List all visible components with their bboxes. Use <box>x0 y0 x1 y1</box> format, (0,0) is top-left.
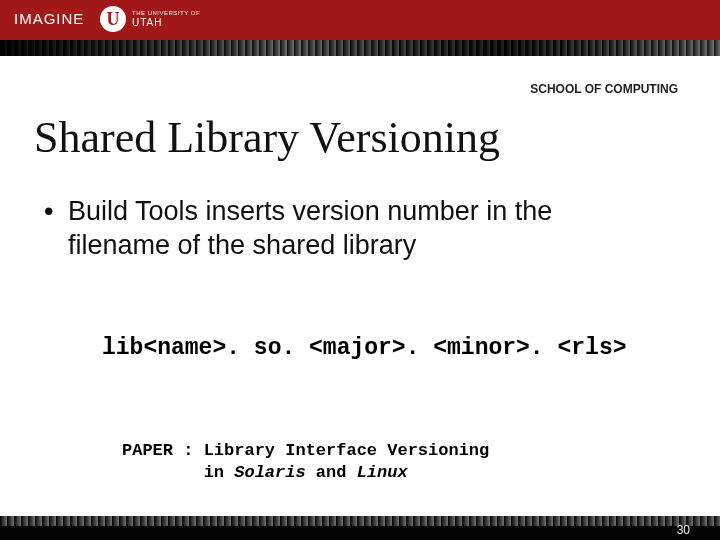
paper-linux: Linux <box>357 463 408 482</box>
bullet-item: Build Tools inserts version number in th… <box>44 195 660 263</box>
slide-title: Shared Library Versioning <box>34 112 500 163</box>
footer-dark-band <box>0 526 720 540</box>
paper-solaris: Solaris <box>234 463 305 482</box>
university-name-line1: THE UNIVERSITY OF <box>132 8 200 18</box>
university-name-line2: UTAH <box>132 18 200 28</box>
footer-gradient-band <box>0 516 720 526</box>
bullet-list: Build Tools inserts version number in th… <box>44 195 660 263</box>
paper-line1: Library Interface Versioning <box>204 441 490 460</box>
imagine-text: IMAGINE <box>14 10 84 27</box>
school-label: SCHOOL OF COMPUTING <box>530 82 678 96</box>
university-logo-icon: U <box>100 6 126 32</box>
filename-pattern-code: lib<name>. so. <major>. <minor>. <rls> <box>102 335 627 361</box>
paper-reference: PAPER : Library Interface Versioning in … <box>122 440 489 484</box>
page-number: 30 <box>677 523 690 537</box>
slide-footer: 30 <box>0 516 720 540</box>
slide: IMAGINE U THE UNIVERSITY OF UTAH SCHOOL … <box>0 0 720 540</box>
paper-indent <box>122 463 204 482</box>
paper-prefix: PAPER : <box>122 441 204 460</box>
header-gradient-band <box>0 40 720 56</box>
university-name: THE UNIVERSITY OF UTAH <box>132 8 200 28</box>
slide-header: IMAGINE U THE UNIVERSITY OF UTAH <box>0 0 720 56</box>
paper-line2b: and <box>306 463 357 482</box>
paper-line2a: in <box>204 463 235 482</box>
